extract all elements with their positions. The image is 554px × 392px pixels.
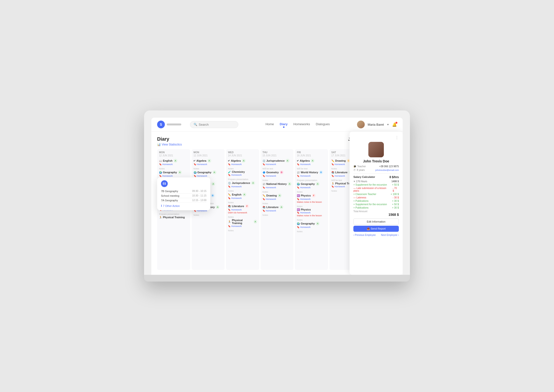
subject-item[interactable]: ✏️English A 🔖 Homework (228, 193, 257, 199)
search-bar[interactable]: 🔍 (190, 121, 238, 128)
user-dropdown-icon[interactable]: ▼ (387, 123, 389, 126)
adj-7: + Publications + 30 $ (353, 206, 399, 209)
adj-1: + Supplement for the excursion + 50 $ (353, 183, 399, 186)
day-label: MON (194, 151, 223, 154)
main-nav: Home Diary Homeworks Dialogues (266, 122, 330, 127)
subject-item[interactable]: 🌍Geography A 🔖 Homework (297, 222, 326, 228)
popup-row: 7A Geography 12:15 - 13:00 (161, 198, 206, 203)
nav-diary[interactable]: Diary (280, 122, 288, 127)
subject-item[interactable]: 📰World History B 🔖 Homework (297, 170, 326, 177)
adj-val: + 50 $ (392, 183, 399, 186)
popup-time: 09:30 - 10:15 (192, 190, 206, 193)
avatar (357, 121, 365, 128)
subject-item[interactable]: 🧪Chemistry 🔖 Homework (228, 170, 257, 176)
salary-title: Salary Calculator (353, 175, 375, 178)
adj-val: + 50 $ (392, 203, 399, 206)
user-name[interactable]: Maria Baret (368, 123, 384, 126)
adj-2: — Late submission of a lesson plans - 70… (353, 187, 399, 192)
subject-item[interactable]: 🌍Geography A 🔖 Homework (194, 170, 223, 177)
panel-navigation: ‹ Previous Employee Next Employee › (353, 234, 399, 236)
logo-text (167, 123, 181, 125)
role-label: 🎓 Teacher (353, 165, 366, 168)
popup-class: 7B Geography (161, 190, 178, 193)
adj-val: - 30 $ (393, 196, 399, 199)
subject-item[interactable]: 📖English A 🔖 Homework (159, 159, 188, 166)
adj-label: + Supplement for the excursion (353, 183, 387, 186)
subject-item[interactable]: 🏃Physical Training (159, 216, 188, 219)
subject-item[interactable]: ⚖️Jurisprudence A 🔖 Homework (228, 181, 257, 188)
day-column-fri: FRI 16 JUN 2021 x²Algebra A 🔖 Homework W… (295, 149, 328, 270)
main-content: Diary 📊 View Statisctics Jan 2021 ‹ Toda… (151, 131, 403, 275)
send-report-btn[interactable]: 📤 Send Report (353, 226, 399, 232)
employee-panel: ⋮ John Trevis Doe 🎓 Teacher +38 066 123 … (350, 131, 403, 275)
popup-time: 12:15 - 13:00 (192, 199, 206, 202)
search-icon: 🔍 (194, 123, 197, 126)
adj-val: - 70 $ (393, 187, 399, 192)
subject-item[interactable]: x²Algebra A 🔖 Homework (194, 159, 223, 166)
day-label: FRI (297, 151, 326, 154)
subject-item[interactable]: 🔷Geometry D 🔖 Homework (262, 170, 292, 177)
total-row: Total Amount (353, 210, 399, 213)
total-amount: 1568 $ (353, 213, 399, 217)
nav-home[interactable]: Home (266, 122, 274, 127)
search-input[interactable] (199, 123, 235, 126)
next-employee-btn[interactable]: Next Employee › (381, 234, 399, 236)
subject-item[interactable]: 🏃Physical Training A 🔖 Homework (228, 219, 257, 227)
salary-section: Salary Calculator 8 $/hrs ✕ 176 Hours 14… (353, 173, 399, 236)
adj-val: + 30 $ (392, 200, 399, 202)
adj-4: — Lateness - 30 $ (353, 196, 399, 199)
edit-info-btn[interactable]: Edit Information (353, 218, 399, 225)
popup-row: 7B Geography 09:30 - 10:15 (161, 189, 206, 194)
subject-item[interactable]: ⚛️Physics 🔖 Homework Makes noise in the … (297, 208, 326, 217)
hours-label: ✕ 176 Hours (353, 180, 367, 183)
subject-item[interactable]: 🌍Geography A 🔖 Homework (159, 170, 188, 177)
hours-line: ✕ 176 Hours 1408 $ (353, 180, 399, 183)
adj-label: + Publications (353, 200, 369, 202)
view-stats-link[interactable]: 📊 View Statisctics (157, 143, 182, 146)
adj-3: + Classroom Teacher + 100 $ (353, 193, 399, 196)
adj-label: — Lateness (353, 196, 366, 199)
adj-val: + 100 $ (391, 193, 399, 196)
subject-item[interactable]: 📚Literature F 🔖 Homework Didn't do homew… (228, 204, 257, 214)
day-label: WED (228, 151, 257, 154)
base-pay: 1408 $ (391, 180, 399, 183)
salary-calculator-header: Salary Calculator 8 $/hrs (353, 175, 399, 179)
exp-label: ⏱ 8 years (353, 169, 365, 171)
day-date: 12 JUN 2021 (159, 154, 188, 157)
popup-class: 7A Geography (161, 199, 178, 202)
prev-employee-btn[interactable]: ‹ Previous Employee (353, 234, 376, 236)
adj-6: + Supplement for the excursion + 50 $ (353, 203, 399, 206)
popup-row: School meeting 10:30 - 11:15 (161, 194, 206, 198)
subject-item[interactable]: x²Algebra A 🔖 Homework (297, 159, 326, 166)
adj-5: + Publications + 30 $ (353, 200, 399, 202)
salary-rate: 8 $/hrs (389, 175, 399, 179)
logo-area: S (157, 121, 186, 128)
subject-item[interactable]: 📚Literature A 🔖 Homework (262, 205, 292, 212)
app-header: S 🔍 Home Diary Homeworks Dialogues Maria… (151, 118, 403, 131)
subject-item[interactable]: ✏️Drawing A 🔖 Homework (262, 194, 292, 200)
subject-item[interactable]: ⚖️Jurisprudence A 🔖 Homework (262, 159, 292, 166)
subject-item[interactable]: 🌍Geography A 🔖 Homework (297, 182, 326, 189)
popup-date: 03 (161, 180, 168, 187)
nav-dialogues[interactable]: Dialogues (316, 122, 330, 127)
notification-bell[interactable]: 🔔 (392, 122, 397, 127)
panel-options[interactable]: ⋮ (353, 135, 399, 140)
subject-item[interactable]: ⚛️Physics F 🔖 Homework Makes noise in th… (297, 194, 326, 203)
notification-dot (395, 122, 397, 124)
day-column-wed: WED 14 JUN 2021 x²Algebra A 🔖 Homework N… (226, 149, 259, 270)
adj-val: + 30 $ (392, 206, 399, 209)
day-date: 12 JUN 2021 (194, 154, 223, 157)
schedule-popup: 03 7B Geography 09:30 - 10:15 School mee… (157, 177, 210, 210)
popup-class: School meeting (161, 194, 179, 197)
adj-label: — Late submission of a lesson plans (353, 187, 393, 192)
popup-more-actions[interactable]: ℹ 7 Other Action (161, 204, 206, 207)
employee-phone: +38 066 123 9875 (379, 165, 399, 168)
subject-item[interactable]: 📰National History A 🔖 Homework (262, 182, 292, 189)
day-column-thu: THU 15 JUN 2021 ⚖️Jurisprudence A 🔖 Home… (261, 149, 294, 270)
subject-item[interactable]: x²Algebra A 🔖 Homework (228, 159, 257, 166)
day-label: MON (159, 151, 188, 154)
adj-label: + Supplement for the excursion (353, 203, 387, 206)
nav-homeworks[interactable]: Homeworks (293, 122, 310, 127)
popup-time: 10:30 - 11:15 (192, 194, 206, 197)
page-title: Diary (157, 136, 182, 142)
